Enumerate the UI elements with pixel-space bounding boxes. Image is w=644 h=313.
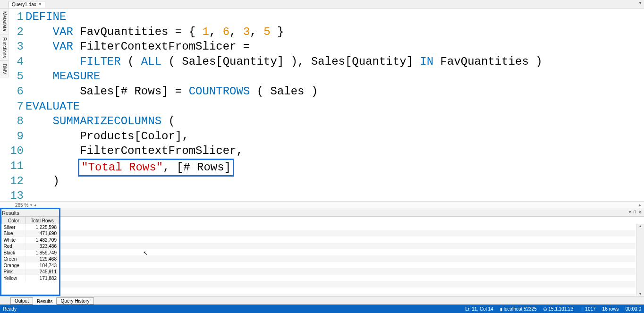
column-header[interactable]: Total Rows — [25, 217, 59, 224]
status-rows: 16 rows — [602, 306, 619, 312]
status-version: 15.1.101.23 — [549, 306, 574, 312]
table-row[interactable]: Green129,468 — [2, 256, 59, 262]
document-tab-bar: Query1.dax ✕ ▼ — [0, 0, 644, 8]
zoom-level[interactable]: 265 % — [15, 203, 28, 208]
close-panel-icon[interactable]: ✕ — [638, 210, 642, 214]
results-header: Results ▾ ⊓ ✕ — [0, 209, 644, 217]
status-cursor-pos: Ln 11, Col 14 — [465, 306, 493, 312]
pin-icon[interactable]: ⊓ — [633, 210, 636, 214]
editor-zoom-bar: 265 % ▾ ◂ ▸ — [0, 201, 644, 209]
table-row[interactable]: White1,482,709 — [2, 237, 59, 244]
column-header[interactable]: Color — [2, 217, 26, 224]
table-row[interactable]: Orange104,743 — [2, 262, 59, 269]
tab-dropdown-icon[interactable]: ▼ — [638, 1, 642, 5]
line-gutter: 12345678910111213 — [8, 8, 25, 201]
code-content[interactable]: DEFINE VAR FavQuantities = { 1, 6, 3, 5 … — [25, 8, 644, 201]
side-tab-functions[interactable]: Functions — [0, 34, 8, 61]
server-icon: ▮ — [500, 307, 502, 312]
status-users: 1017 — [585, 306, 595, 312]
results-grid-wrap: ColorTotal Rows Silver1,225,598Blue471,6… — [0, 217, 60, 296]
zoom-dropdown-icon[interactable]: ▾ — [30, 203, 32, 207]
hscroll-left-icon[interactable]: ◂ — [34, 203, 36, 207]
results-grid[interactable]: ColorTotal Rows Silver1,225,598Blue471,6… — [1, 217, 59, 281]
table-row[interactable]: Black1,859,749 — [2, 250, 59, 256]
table-row[interactable]: Pink245,911 — [2, 269, 59, 275]
hscroll-right-icon[interactable]: ▸ — [639, 203, 641, 207]
table-row[interactable]: Yellow171,882 — [2, 275, 59, 282]
side-tab-dmv[interactable]: DMV — [0, 61, 8, 77]
code-editor[interactable]: 12345678910111213 DEFINE VAR FavQuantiti… — [8, 8, 644, 201]
results-empty-area: ↖ — [60, 217, 644, 296]
close-icon[interactable]: ✕ — [38, 2, 42, 7]
tab-title: Query1.dax — [12, 2, 36, 7]
status-ready: Ready — [3, 306, 465, 312]
db-icon: ⛁ — [543, 307, 547, 312]
bottom-tab-strip: Output Results Query History — [0, 296, 644, 305]
side-tab-metadata[interactable]: Metadata — [0, 8, 8, 34]
user-icon: 👤 — [580, 307, 585, 312]
status-bar: Ready Ln 11, Col 14 ▮ localhost:52325 ⛁ … — [0, 305, 644, 313]
results-panel: Results ▾ ⊓ ✕ ColorTotal Rows Silver1,22… — [0, 209, 644, 296]
results-title: Results — [2, 210, 19, 216]
document-tab[interactable]: Query1.dax ✕ — [8, 1, 45, 8]
table-row[interactable]: Blue471,690 — [2, 230, 59, 237]
status-host: localhost:52325 — [504, 306, 537, 312]
panel-dropdown-icon[interactable]: ▾ — [629, 210, 631, 214]
results-scrollbar[interactable] — [636, 224, 644, 296]
status-time: 00:00.0 — [626, 306, 641, 312]
tab-results[interactable]: Results — [33, 298, 57, 305]
tab-output[interactable]: Output — [10, 297, 33, 305]
left-tool-tabs: Metadata Functions DMV — [0, 8, 8, 77]
table-row[interactable]: Red323,486 — [2, 243, 59, 250]
tab-query-history[interactable]: Query History — [56, 297, 93, 305]
table-row[interactable]: Silver1,225,598 — [2, 224, 59, 231]
